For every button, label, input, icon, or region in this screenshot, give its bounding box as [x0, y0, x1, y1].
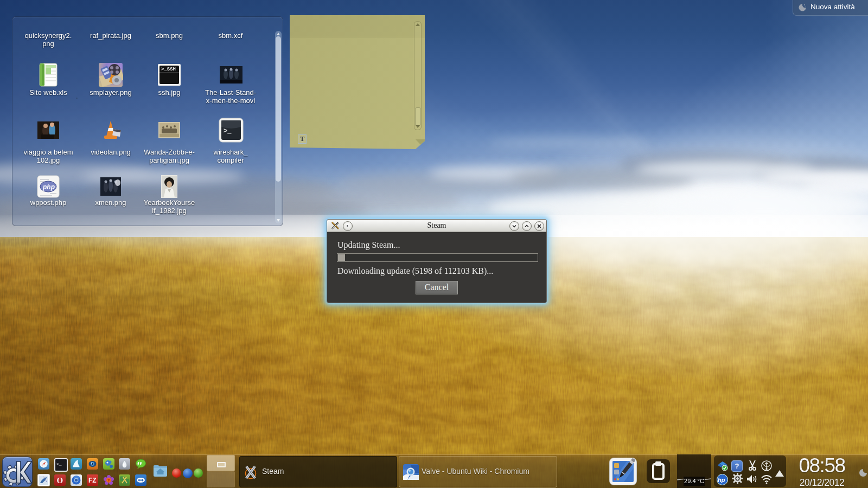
svg-text:FZ: FZ	[88, 477, 97, 484]
svg-text:O: O	[57, 476, 63, 485]
svg-text:>_SSH: >_SSH	[161, 67, 176, 72]
svg-text:php: php	[42, 183, 55, 191]
svg-text:hp: hp	[718, 477, 725, 483]
svg-text:>_: >_	[224, 127, 232, 135]
svg-text:>_: >_	[56, 461, 62, 466]
